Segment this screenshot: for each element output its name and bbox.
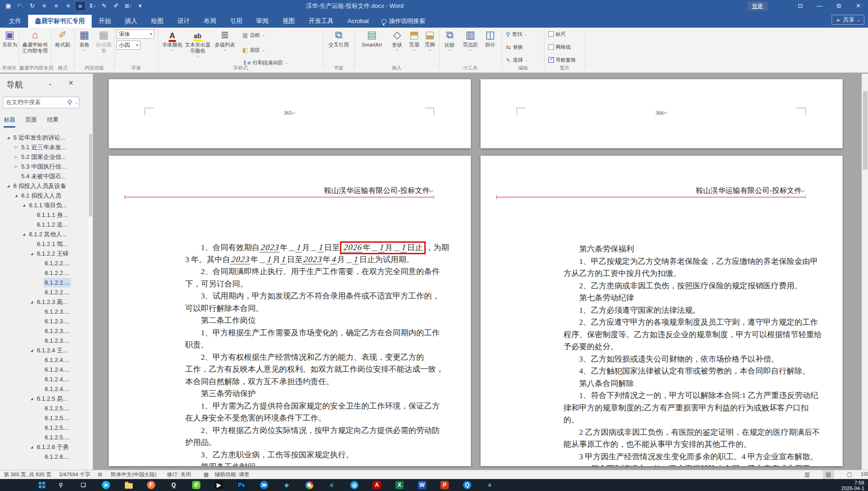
taskbar-edge-icon[interactable]: e	[485, 480, 494, 490]
gridlines-checkbox[interactable]: 网格线	[548, 42, 571, 52]
tab-开始[interactable]: 开始	[92, 15, 118, 28]
expand-arrow-icon[interactable]: ▷	[12, 152, 20, 162]
collapse-arrow-icon[interactable]: ◢	[5, 133, 12, 142]
restore-icon[interactable]: ⧉	[829, 0, 849, 12]
taskbar-search-icon[interactable]: ⚲	[56, 480, 65, 490]
nav-tree-item[interactable]: 6.1.2.1 驾...	[0, 239, 88, 249]
align-right-icon[interactable]: ≡	[63, 1, 74, 11]
start-button[interactable]	[39, 482, 45, 488]
nav-tree-item[interactable]: 5.4 未被中国石...	[0, 171, 88, 181]
nav-tree-item[interactable]: ▷5.1 近三年未发...	[0, 142, 88, 152]
chevron-down-icon[interactable]: ⌄	[48, 80, 53, 87]
nav-tree-item[interactable]: 6.1.2.4....	[0, 365, 88, 374]
nav-tree-item[interactable]: 6.1.2.4....	[0, 355, 88, 365]
nav-tree-item[interactable]: 6.1.2.2....	[0, 287, 88, 297]
font-size-combo[interactable]: 小四▾	[117, 41, 141, 50]
taskbar-code-app-icon[interactable]: ◆	[282, 480, 291, 490]
draw-table-icon[interactable]: ✎	[99, 1, 110, 11]
collapse-arrow-icon[interactable]: ◢	[28, 442, 35, 452]
taskbar-tim-icon[interactable]: ➤	[101, 480, 111, 490]
split-button[interactable]: ◫ 拆分	[482, 29, 499, 48]
line-spacing-icon[interactable]: ⇕˅	[87, 1, 98, 11]
nav-tree-item[interactable]: ◢6.1.1 项目负...	[0, 200, 88, 210]
close-pane-icon[interactable]: ✕	[68, 79, 74, 87]
web-layout-icon[interactable]: ▢	[844, 470, 855, 479]
navigation-pane-checkbox[interactable]: 导航窗格	[548, 55, 576, 64]
nav-tree-item[interactable]: 6.1.2.2....	[0, 278, 88, 287]
tab-Acrobat[interactable]: Acrobat	[340, 15, 376, 28]
navigation-scrollbar[interactable]	[88, 133, 93, 470]
ribbon-display-options-icon[interactable]: ⊡	[791, 0, 810, 12]
track-changes-status[interactable]: 修订: 关闭	[167, 471, 191, 478]
borders-button[interactable]: ▦边框⌄	[242, 30, 265, 40]
minimize-icon[interactable]: —	[810, 0, 829, 12]
select-button[interactable]: ⇖选择⌄	[506, 55, 528, 64]
taskbar-video-app-icon[interactable]: ▶	[214, 480, 223, 490]
nav-tree-item[interactable]: 6.1.2.5....	[0, 413, 88, 423]
document-scrollbar[interactable]	[862, 74, 868, 470]
taskbar-photoshop-icon[interactable]: Ps	[237, 480, 246, 490]
page-count-status[interactable]: 第 365 页, 共 835 页	[4, 471, 52, 478]
read-mode-icon[interactable]: ▥	[802, 470, 813, 479]
nav-tree-item[interactable]: ◢6.1.2 其他人...	[0, 229, 88, 239]
tab-布局[interactable]: 布局	[197, 15, 223, 28]
nav-tab-页面[interactable]: 页面	[25, 116, 37, 128]
multilevel-list-icon[interactable]: ≣˅	[123, 1, 134, 11]
taskbar-xunlei-icon[interactable]: ≫	[259, 480, 269, 490]
nav-tree-item[interactable]: 6.1.1.1 身...	[0, 210, 88, 220]
accessibility-status[interactable]: 辅助功能: 调查	[215, 471, 249, 478]
tab-鑫晟宇标书汇专用[interactable]: 鑫晟宇标书汇专用	[28, 15, 92, 28]
collapse-arrow-icon[interactable]: ◢	[20, 229, 28, 239]
shapes-button[interactable]: ◇ 形状	[389, 29, 405, 51]
tab-审阅[interactable]: 审阅	[249, 15, 276, 28]
nav-tree-item[interactable]: 6.1.2.3....	[0, 326, 88, 336]
tab-插入[interactable]: 插入	[118, 15, 144, 28]
multilevel-list-button[interactable]: ≣ 多级列表	[213, 29, 237, 51]
sign-in-button[interactable]: 登录	[747, 1, 768, 11]
nav-tree-item[interactable]: 6.1.2.5....	[0, 423, 88, 433]
tab-文件[interactable]: 文件	[2, 15, 28, 28]
taskbar-clock[interactable]: 7:58 2026-04-1	[841, 480, 864, 491]
align-center-icon[interactable]: ≡	[51, 1, 62, 11]
autofit-button[interactable]: ▦ 自动调整	[94, 29, 113, 57]
spellcheck-icon[interactable]: ⊠	[98, 471, 102, 478]
word-count-status[interactable]: 3/47594 个字	[59, 471, 90, 478]
nav-tree-item[interactable]: 6.1.2.5....	[0, 403, 88, 413]
taskbar-firefox-icon[interactable]: F	[147, 480, 156, 490]
save-icon[interactable]: ▣	[3, 1, 14, 11]
nav-tree-item[interactable]: 6.1.2.2....	[0, 258, 88, 268]
tab-视图[interactable]: 视图	[276, 15, 302, 28]
justify-icon[interactable]: ≡	[75, 1, 86, 11]
nav-tree-item[interactable]: 6.1.2.4....	[0, 374, 88, 384]
zoom-level[interactable]: 100	[861, 471, 868, 477]
font-color-button[interactable]: A 字体颜色	[162, 29, 182, 51]
taskbar-word-icon[interactable]: W	[417, 480, 427, 490]
nav-tree-item[interactable]: ◢6.1.2.4 王...	[0, 345, 88, 355]
tab-设计[interactable]: 设计	[170, 15, 197, 28]
collapse-arrow-icon[interactable]: ◢	[28, 394, 35, 403]
tab-绘图[interactable]: 绘图	[144, 15, 170, 28]
search-icon[interactable]: ⚲	[67, 99, 72, 106]
nav-tab-标题[interactable]: 标题	[4, 116, 15, 128]
shading-button[interactable]: ◧底纹⌄	[242, 45, 265, 54]
header-button[interactable]: ⬒ 页眉	[406, 29, 422, 51]
tab-开发工具[interactable]: 开发工具	[302, 15, 340, 28]
taskbar-excel-icon[interactable]: X	[395, 480, 404, 490]
footer-button[interactable]: ⬓ 页脚	[422, 29, 438, 51]
taskbar-file-explorer-icon[interactable]	[124, 480, 133, 490]
font-name-combo[interactable]: 宋体▾	[117, 29, 154, 39]
page-365-top[interactable]: 365↵	[109, 79, 471, 148]
nav-tree-item[interactable]: 6.1.2.4....	[0, 384, 88, 394]
align-left-icon[interactable]: ≡	[39, 1, 50, 11]
nav-tree-item[interactable]: ◢6.1.2.2 王铎	[0, 249, 88, 258]
taskbar-task-view-icon[interactable]: ❏	[79, 480, 88, 490]
close-icon[interactable]: ✕	[849, 0, 868, 12]
nav-tree-item[interactable]: 6.1.2.3....	[0, 316, 88, 326]
collapse-arrow-icon[interactable]: ◢	[28, 297, 35, 307]
ruler-checkbox[interactable]: 标尺	[548, 29, 566, 39]
collapse-arrow-icon[interactable]: ◢	[12, 191, 20, 200]
compare-button[interactable]: ⧉ 比较	[441, 29, 458, 51]
taskbar-360-browser-icon[interactable]	[305, 480, 314, 490]
nav-tree-item[interactable]: 6.1.2.2....	[0, 268, 88, 278]
smartart-button[interactable]: ▤ SmartArt	[357, 29, 387, 48]
